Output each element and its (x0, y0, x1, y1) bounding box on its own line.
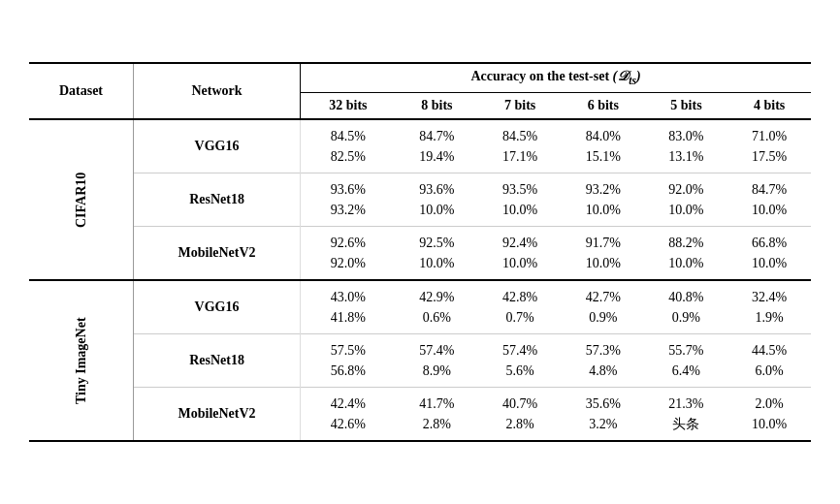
network-cell: MobileNetV2 (133, 226, 300, 280)
dataset-header: Dataset (29, 63, 133, 119)
data-cell: 57.3%4.8% (562, 333, 645, 387)
data-cell: 84.5%82.5% (301, 119, 396, 173)
col-4bits: 4 bits (727, 92, 811, 119)
data-cell: 35.6%3.2% (562, 387, 645, 441)
data-cell: 84.7%19.4% (396, 119, 479, 173)
col-8bits: 8 bits (396, 92, 479, 119)
table-row: MobileNetV242.4%42.6%41.7%2.8%40.7%2.8%3… (29, 387, 811, 441)
data-cell: 57.4%8.9% (396, 333, 479, 387)
table-row: MobileNetV292.6%92.0%92.5%10.0%92.4%10.0… (29, 226, 811, 280)
data-cell: 92.6%92.0% (301, 226, 396, 280)
dataset-cell: Tiny ImageNet (29, 280, 133, 441)
network-cell: VGG16 (133, 280, 300, 334)
data-cell: 55.7%6.4% (645, 333, 728, 387)
col-7bits: 7 bits (478, 92, 562, 119)
data-cell: 92.5%10.0% (396, 226, 479, 280)
dataset-cell: CIFAR10 (29, 119, 133, 280)
data-cell: 71.0%17.5% (727, 119, 811, 173)
data-cell: 88.2%10.0% (645, 226, 728, 280)
network-header: Network (133, 63, 300, 119)
data-cell: 40.7%2.8% (478, 387, 562, 441)
table-row: ResNet1857.5%56.8%57.4%8.9%57.4%5.6%57.3… (29, 333, 811, 387)
data-cell: 93.5%10.0% (478, 173, 562, 226)
data-cell: 83.0%13.1% (645, 119, 728, 173)
table-row: ResNet1893.6%93.2%93.6%10.0%93.5%10.0%93… (29, 173, 811, 226)
accuracy-header: Accuracy on the test-set (𝒟ts) (301, 63, 811, 92)
data-cell: 66.8%10.0% (727, 226, 811, 280)
network-cell: ResNet18 (133, 173, 300, 226)
data-cell: 84.0%15.1% (562, 119, 645, 173)
data-cell: 57.4%5.6% (478, 333, 562, 387)
col-6bits: 6 bits (562, 92, 645, 119)
data-cell: 91.7%10.0% (562, 226, 645, 280)
data-cell: 32.4%1.9% (727, 280, 811, 334)
data-cell: 42.8%0.7% (478, 280, 562, 334)
data-cell: 43.0%41.8% (301, 280, 396, 334)
data-cell: 84.7%10.0% (727, 173, 811, 226)
col-32bits: 32 bits (301, 92, 396, 119)
data-cell: 93.6%10.0% (396, 173, 479, 226)
accuracy-table: Dataset Network Accuracy on the test-set… (29, 62, 811, 442)
network-cell: VGG16 (133, 119, 300, 173)
data-cell: 44.5%6.0% (727, 333, 811, 387)
data-cell: 40.8%0.9% (645, 280, 728, 334)
data-cell: 42.7%0.9% (562, 280, 645, 334)
data-cell: 42.4%42.6% (301, 387, 396, 441)
header-row-1: Dataset Network Accuracy on the test-set… (29, 63, 811, 92)
data-cell: 42.9%0.6% (396, 280, 479, 334)
network-cell: MobileNetV2 (133, 387, 300, 441)
data-cell: 21.3%头条 (645, 387, 728, 441)
table-row: Tiny ImageNetVGG1643.0%41.8%42.9%0.6%42.… (29, 280, 811, 334)
network-cell: ResNet18 (133, 333, 300, 387)
col-5bits: 5 bits (645, 92, 728, 119)
data-cell: 41.7%2.8% (396, 387, 479, 441)
data-cell: 93.2%10.0% (562, 173, 645, 226)
data-cell: 92.0%10.0% (645, 173, 728, 226)
data-cell: 57.5%56.8% (301, 333, 396, 387)
data-cell: 2.0%10.0% (727, 387, 811, 441)
table-row: CIFAR10VGG1684.5%82.5%84.7%19.4%84.5%17.… (29, 119, 811, 173)
table-container: Dataset Network Accuracy on the test-set… (0, 43, 840, 461)
data-cell: 93.6%93.2% (301, 173, 396, 226)
data-cell: 92.4%10.0% (478, 226, 562, 280)
data-cell: 84.5%17.1% (478, 119, 562, 173)
